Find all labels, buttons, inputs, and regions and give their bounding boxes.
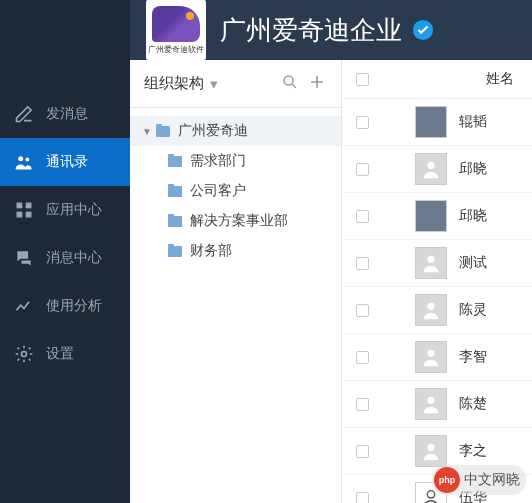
svg-rect-2: [17, 203, 23, 209]
svg-point-13: [427, 397, 434, 404]
row-checkbox[interactable]: [356, 445, 369, 458]
contact-name: 陈灵: [459, 301, 487, 319]
page-title: 广州爱奇迪企业: [220, 13, 402, 48]
svg-point-15: [427, 491, 434, 498]
tree-child-label: 需求部门: [190, 152, 246, 170]
sidebar-item-label: 应用中心: [46, 201, 102, 219]
avatar: [415, 435, 447, 467]
tree-root-label: 广州爱奇迪: [178, 122, 248, 140]
select-all-checkbox[interactable]: [356, 73, 369, 86]
row-checkbox[interactable]: [356, 210, 369, 223]
avatar: [415, 294, 447, 326]
chart-icon: [14, 296, 34, 316]
grid-icon: [14, 200, 34, 220]
svg-point-9: [427, 162, 434, 169]
sidebar-item-settings[interactable]: 设置: [0, 330, 130, 378]
avatar: [415, 247, 447, 279]
chevron-down-icon: ▾: [210, 75, 218, 93]
main-panel: 广州爱奇迪软件 广州爱奇迪企业 组织架构 ▾ ▼: [130, 0, 532, 503]
avatar: [415, 341, 447, 373]
svg-rect-5: [26, 212, 32, 218]
row-checkbox[interactable]: [356, 116, 369, 129]
svg-point-1: [25, 158, 29, 162]
svg-rect-4: [17, 212, 23, 218]
contact-name: 李之: [459, 442, 487, 460]
sidebar-item-label: 通讯录: [46, 153, 88, 171]
verified-icon: [412, 19, 434, 41]
tree-child[interactable]: 需求部门: [130, 146, 341, 176]
sidebar-item-label: 设置: [46, 345, 74, 363]
sidebar-item-contacts[interactable]: 通讯录: [0, 138, 130, 186]
svg-point-11: [427, 303, 434, 310]
row-checkbox[interactable]: [356, 492, 369, 504]
tree-child[interactable]: 解决方案事业部: [130, 206, 341, 236]
table-row[interactable]: 邱晓: [342, 193, 532, 240]
gear-icon: [14, 344, 34, 364]
contact-name: 测试: [459, 254, 487, 272]
avatar: [415, 153, 447, 185]
edit-icon: [14, 104, 34, 124]
row-checkbox[interactable]: [356, 257, 369, 270]
tree-child-label: 解决方案事业部: [190, 212, 288, 230]
svg-point-6: [22, 352, 27, 357]
svg-point-14: [427, 444, 434, 451]
folder-icon: [168, 216, 182, 227]
org-tree-panel: 组织架构 ▾ ▼ 广州爱奇迪 需求部门 公司客户 解决方案事业部 财务部: [130, 60, 342, 503]
row-checkbox[interactable]: [356, 351, 369, 364]
search-icon[interactable]: [281, 73, 299, 94]
folder-icon: [168, 246, 182, 257]
chat-icon: [14, 248, 34, 268]
tree-root[interactable]: ▼ 广州爱奇迪: [130, 116, 341, 146]
tree-title-dropdown[interactable]: 组织架构 ▾: [144, 74, 273, 93]
add-icon[interactable]: [307, 72, 327, 95]
sidebar-item-message-center[interactable]: 消息中心: [0, 234, 130, 282]
watermark: php 中文网晓: [432, 465, 526, 495]
row-checkbox[interactable]: [356, 304, 369, 317]
header: 广州爱奇迪软件 广州爱奇迪企业: [130, 0, 532, 60]
tree-child[interactable]: 财务部: [130, 236, 341, 266]
contacts-list: 姓名 辊韬 邱晓 邱晓 测试 陈灵 李智 陈楚 李之 伍华: [342, 60, 532, 503]
contacts-icon: [14, 152, 34, 172]
contact-name: 邱晓: [459, 160, 487, 178]
folder-icon: [168, 156, 182, 167]
row-checkbox[interactable]: [356, 398, 369, 411]
contact-name: 邱晓: [459, 207, 487, 225]
sidebar-item-analytics[interactable]: 使用分析: [0, 282, 130, 330]
contact-name: 辊韬: [459, 113, 487, 131]
php-badge-icon: php: [434, 467, 460, 493]
table-row[interactable]: 辊韬: [342, 99, 532, 146]
logo: 广州爱奇迪软件: [146, 0, 206, 60]
table-row[interactable]: 陈灵: [342, 287, 532, 334]
sidebar-item-app-center[interactable]: 应用中心: [0, 186, 130, 234]
avatar: [415, 106, 447, 138]
sidebar-item-send-message[interactable]: 发消息: [0, 90, 130, 138]
tree-title-label: 组织架构: [144, 74, 204, 93]
triangle-down-icon: ▼: [142, 126, 152, 137]
logo-text: 广州爱奇迪软件: [148, 44, 204, 55]
watermark-text: 中文网晓: [464, 471, 520, 489]
tree-header: 组织架构 ▾: [130, 60, 341, 108]
svg-point-10: [427, 256, 434, 263]
table-row[interactable]: 邱晓: [342, 146, 532, 193]
avatar: [415, 388, 447, 420]
tree-child-label: 财务部: [190, 242, 232, 260]
tree-child-label: 公司客户: [190, 182, 246, 200]
svg-rect-3: [26, 203, 32, 209]
svg-point-12: [427, 350, 434, 357]
sidebar-item-label: 使用分析: [46, 297, 102, 315]
svg-point-0: [18, 156, 23, 161]
svg-point-8: [284, 76, 293, 85]
tree-child[interactable]: 公司客户: [130, 176, 341, 206]
sidebar-item-label: 发消息: [46, 105, 88, 123]
table-row[interactable]: 测试: [342, 240, 532, 287]
column-header-name: 姓名: [369, 70, 518, 88]
folder-icon: [168, 186, 182, 197]
sidebar: 发消息 通讯录 应用中心 消息中心 使用分析 设置: [0, 0, 130, 503]
row-checkbox[interactable]: [356, 163, 369, 176]
table-row[interactable]: 陈楚: [342, 381, 532, 428]
contact-name: 李智: [459, 348, 487, 366]
sidebar-item-label: 消息中心: [46, 249, 102, 267]
folder-icon: [156, 126, 170, 137]
table-row[interactable]: 李智: [342, 334, 532, 381]
list-header: 姓名: [342, 60, 532, 99]
